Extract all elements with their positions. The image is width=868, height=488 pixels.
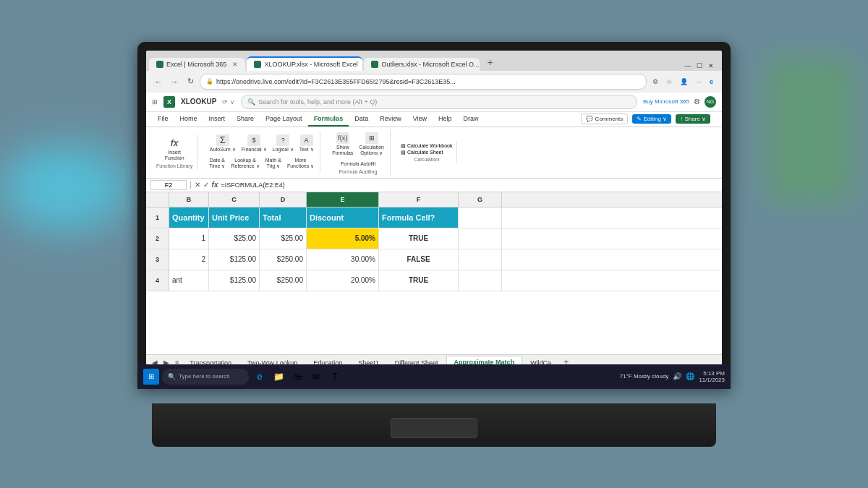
ribbon-tab-help[interactable]: Help <box>433 112 458 127</box>
formula-input[interactable]: =ISFORMULA(E2:E4) <box>221 181 718 189</box>
cell-f3[interactable]: FALSE <box>379 249 459 270</box>
cell-d4[interactable]: $250.00 <box>260 270 307 291</box>
start-button[interactable]: ⊞ <box>146 369 159 380</box>
formula-cancel-button[interactable]: ✕ <box>195 181 200 189</box>
apps-icon[interactable]: ⊞ <box>152 98 158 106</box>
cell-e2[interactable]: 5.00% <box>307 228 379 249</box>
refresh-button[interactable]: ↻ <box>184 75 197 88</box>
cell-g2[interactable] <box>459 228 502 249</box>
col-header-f[interactable]: F <box>379 192 459 207</box>
calculate-workbook-button[interactable]: ▤ Calculate Workbook <box>401 143 452 149</box>
ribbon-tab-data[interactable]: Data <box>349 112 374 127</box>
address-bar[interactable]: 🔒 https://onedrive.live.com/edit?id=F3C2… <box>200 74 647 90</box>
cell-g1[interactable] <box>459 207 502 228</box>
comments-button[interactable]: 💬 Comments <box>581 114 628 124</box>
settings-icon[interactable]: ⚙ <box>694 98 700 106</box>
insert-function-button[interactable]: fx Insert Function <box>163 136 186 162</box>
table-row: 4 ant $125.00 $250.00 20.00% TRUE <box>146 270 722 291</box>
cell-e3[interactable]: 30.00% <box>307 249 379 270</box>
taskbar-store-icon[interactable]: 🛍 <box>289 369 305 380</box>
calculate-sheet-button[interactable]: ▤ Calculate Sheet <box>401 150 443 155</box>
cell-g3[interactable] <box>459 249 502 270</box>
new-tab-button[interactable]: + <box>481 53 498 71</box>
taskbar-edge-icon[interactable]: e <box>252 369 268 380</box>
logical-button[interactable]: ? Logical ∨ <box>271 133 295 154</box>
formula-fx-button[interactable]: fx <box>212 181 218 189</box>
favorites-button[interactable]: ☆ <box>663 77 675 87</box>
cell-b4[interactable]: ant <box>169 270 209 291</box>
forward-button[interactable]: → <box>168 75 181 88</box>
show-formulas-button[interactable]: f(x) Show Formulas <box>331 131 354 157</box>
ribbon-tab-draw[interactable]: Draw <box>458 112 485 127</box>
extensions-button[interactable]: ⚙ <box>650 77 661 87</box>
taskbar-teams-icon[interactable]: T <box>327 369 343 380</box>
buy-microsoft-365-link[interactable]: Buy Microsoft 365 <box>643 98 689 105</box>
tab-favicon-xlookup <box>254 61 261 68</box>
taskbar-file-explorer-icon[interactable]: 📁 <box>271 369 286 380</box>
tab-favicon-excel365 <box>156 61 163 68</box>
cell-c2[interactable]: $25.00 <box>209 228 260 249</box>
lookup-reference-button[interactable]: Lookup & Reference ∨ <box>229 156 260 171</box>
profile-circle[interactable]: NG <box>705 96 716 108</box>
excel-search-bar[interactable]: 🔍 Search for tools, help, and more (Alt … <box>241 95 637 109</box>
taskbar-network-icon[interactable]: 🌐 <box>686 372 694 380</box>
more-functions-button[interactable]: More Functions ∨ <box>286 156 315 171</box>
taskbar-volume-icon[interactable]: 🔊 <box>673 372 681 380</box>
ribbon-tab-insert[interactable]: Insert <box>203 112 231 127</box>
editing-button[interactable]: ✎ Editing ∨ <box>632 114 671 124</box>
ribbon-tab-page-layout[interactable]: Page Layout <box>260 112 308 127</box>
profile-button[interactable]: 👤 <box>677 77 691 87</box>
cell-d2[interactable]: $25.00 <box>260 228 307 249</box>
cell-f4[interactable]: TRUE <box>379 270 459 291</box>
taskbar-search-bar[interactable]: 🔍 Type here to search <box>162 369 249 380</box>
cell-c3[interactable]: $125.00 <box>209 249 260 270</box>
ribbon-tab-file[interactable]: File <box>152 112 174 127</box>
autosave-indicator: ⟳ ∨ <box>222 98 235 106</box>
formula-confirm-button[interactable]: ✓ <box>203 181 209 189</box>
cell-e4[interactable]: 20.00% <box>307 270 379 291</box>
excel-ribbon: File Home Insert Share Page Layout Formu… <box>146 112 722 179</box>
cell-d3[interactable]: $250.00 <box>260 249 307 270</box>
cell-f1[interactable]: Formula Cell? <box>379 207 459 228</box>
col-header-e[interactable]: E <box>307 192 379 207</box>
browser-tab-outliers[interactable]: Outliers.xlsx - Microsoft Excel O... ✕ <box>364 58 480 71</box>
back-button[interactable]: ← <box>152 75 165 88</box>
ribbon-tab-share[interactable]: Share <box>231 112 260 127</box>
cell-b3[interactable]: 2 <box>169 249 209 270</box>
date-time-button[interactable]: Date & Time ∨ <box>208 156 226 171</box>
cell-c1[interactable]: Unit Price <box>209 207 260 228</box>
cell-c4[interactable]: $125.00 <box>209 270 260 291</box>
share-button[interactable]: ↑ Share ∨ <box>676 114 710 124</box>
col-header-b[interactable]: B <box>169 192 209 207</box>
windows-logo: ⊞ <box>148 372 154 380</box>
ribbon-tab-review[interactable]: Review <box>374 112 407 127</box>
cell-f2[interactable]: TRUE <box>379 228 459 249</box>
math-trig-button[interactable]: Math & Trig ∨ <box>264 156 283 171</box>
ribbon-tab-view[interactable]: View <box>407 112 433 127</box>
col-header-c[interactable]: C <box>209 192 260 207</box>
cell-reference-box[interactable] <box>150 180 187 190</box>
restore-button[interactable]: ☐ <box>694 61 705 71</box>
tab-close-excel365[interactable]: ✕ <box>232 61 238 68</box>
browser-tab-xlookup[interactable]: XLOOKUP.xlsx - Microsoft Excel ✕ <box>247 56 362 71</box>
ribbon-tab-home[interactable]: Home <box>174 112 203 127</box>
cell-b1[interactable]: Quantity <box>169 207 209 228</box>
more-button[interactable]: ··· <box>693 77 705 87</box>
text-button[interactable]: A Text ∨ <box>298 133 315 154</box>
browser-tab-excel365[interactable]: Excel | Microsoft 365 ✕ <box>149 58 245 71</box>
calculation-options-button[interactable]: ⊞ Calculation Options ∨ <box>357 131 386 158</box>
financial-button[interactable]: $ Financial ∨ <box>240 133 268 154</box>
laptop-touchpad[interactable] <box>391 418 477 438</box>
autosum-button[interactable]: Σ AutoSum ∨ <box>208 133 237 154</box>
cell-d1[interactable]: Total <box>260 207 307 228</box>
close-button[interactable]: ✕ <box>706 61 716 71</box>
cell-g4[interactable] <box>459 270 502 291</box>
col-header-d[interactable]: D <box>260 192 307 207</box>
taskbar-mail-icon[interactable]: ✉ <box>308 369 324 380</box>
minimize-button[interactable]: — <box>683 61 693 71</box>
cell-e1[interactable]: Discount <box>307 207 379 228</box>
ribbon-tab-formulas[interactable]: Formulas <box>308 112 349 127</box>
col-header-g[interactable]: G <box>459 192 502 207</box>
formula-autofill-button[interactable]: Formula Autofill <box>339 160 377 168</box>
cell-b2[interactable]: 1 <box>169 228 209 249</box>
